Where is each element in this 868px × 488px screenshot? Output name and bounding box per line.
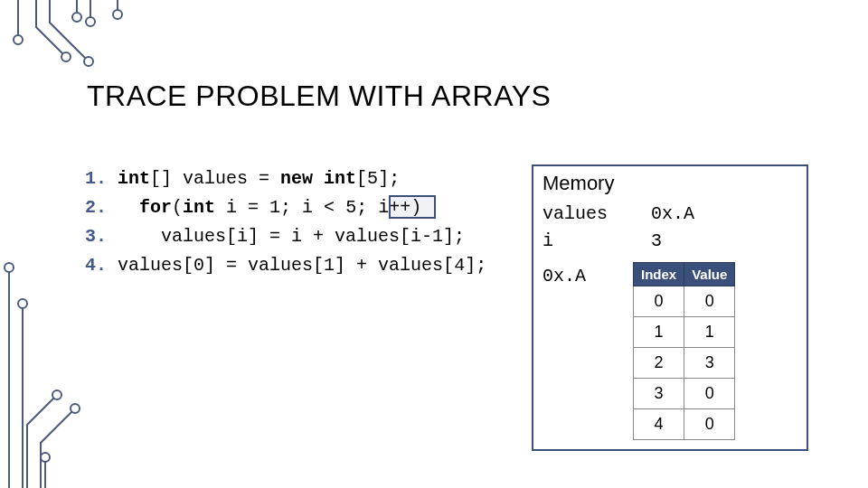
array-table: Index Value 00 11 23 30 40: [633, 262, 735, 440]
table-header-value: Value: [684, 263, 735, 286]
trace-highlight: [389, 195, 436, 219]
table-row: 30: [634, 379, 735, 409]
table-row: 00: [634, 286, 735, 317]
svg-point-7: [18, 299, 27, 308]
slide-title: TRACE PROBLEM WITH ARRAYS: [87, 80, 551, 113]
line-number: 2.: [85, 197, 107, 218]
svg-point-10: [41, 453, 50, 462]
code-block: 1. int[] values = new int[5]; 2. for(int…: [85, 164, 486, 280]
svg-point-6: [5, 263, 14, 272]
memory-var-value: 0x.A: [651, 201, 694, 228]
memory-var-row: i 3: [542, 228, 797, 255]
memory-panel: Memory values 0x.A i 3 0x.A Index Value …: [532, 164, 808, 451]
svg-point-9: [71, 404, 80, 413]
svg-point-4: [86, 17, 95, 26]
memory-var-name: values: [542, 201, 651, 228]
line-number: 3.: [85, 226, 107, 247]
line-number: 1.: [85, 168, 107, 189]
table-header-index: Index: [634, 263, 684, 286]
table-row: 40: [634, 409, 735, 440]
array-address: 0x.A: [542, 262, 633, 286]
memory-heading: Memory: [542, 172, 797, 195]
svg-point-5: [113, 10, 122, 19]
memory-var-row: values 0x.A: [542, 201, 797, 228]
line-number: 4.: [85, 255, 107, 276]
table-row: 11: [634, 317, 735, 348]
svg-point-3: [72, 13, 81, 22]
svg-point-8: [52, 390, 61, 399]
svg-point-2: [84, 57, 93, 66]
table-row: 23: [634, 348, 735, 379]
memory-var-name: i: [542, 228, 651, 255]
memory-var-value: 3: [651, 228, 662, 255]
svg-point-1: [61, 52, 71, 61]
svg-point-0: [14, 35, 23, 44]
